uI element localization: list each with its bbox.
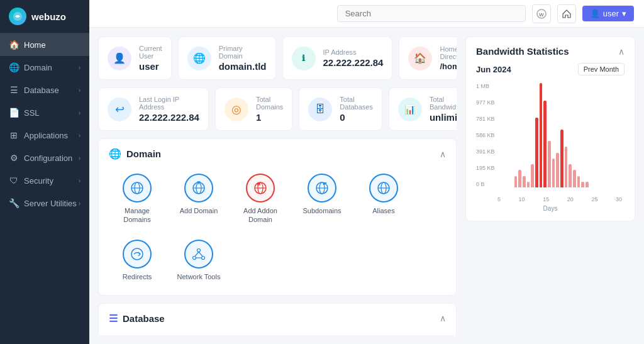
stat-card-total-bandwidth: 📊 Total Bandwidth unlimited <box>389 87 457 131</box>
domain-icon-grid: Manage Domains Add Domain .com Add Addon… <box>109 169 446 286</box>
add-domain-label: Add Domain <box>180 206 218 215</box>
subdomains-item[interactable]: .sub Subdomains <box>294 169 350 230</box>
ip-address-value: 22.222.222.84 <box>323 57 384 68</box>
wordpress-icon-btn[interactable]: W <box>532 4 551 23</box>
database-wizard-item[interactable]: Database Wizard <box>109 333 165 335</box>
manage-databases-item[interactable]: Manage Databases <box>170 333 227 335</box>
chart-x-title: Days <box>476 205 625 212</box>
stat-card-primary-domain: 🌐 Primary Domain domain.tld <box>178 36 276 80</box>
chart-bar-5 <box>514 176 518 187</box>
sidebar: webuzo 🏠 Home 🌐 Domain › ☰ Database › 📄 … <box>0 0 89 344</box>
current-user-info: Current User user <box>139 45 162 72</box>
sidebar-item-server-utilities[interactable]: 🔧 Server Utilities › <box>0 192 89 214</box>
prev-month-button[interactable]: Prev Month <box>578 63 625 75</box>
chevron-icon: › <box>79 200 80 207</box>
chart-bar-21 <box>581 182 584 187</box>
chart-bar-17 <box>565 147 568 187</box>
total-domains-label: Total Domains <box>256 96 283 111</box>
database-panel-icon: ☰ <box>109 313 118 325</box>
y-label-977kb: 977 KB <box>476 99 495 106</box>
network-tools-item[interactable]: Network Tools <box>170 235 227 286</box>
sidebar-item-applications-label: Applications <box>24 131 68 140</box>
domain-panel-toggle[interactable]: ∧ <box>440 149 446 159</box>
y-label-195kb: 195 KB <box>476 165 495 171</box>
database-icon-grid: Database Wizard Manage Databases Add Dat… <box>109 333 446 335</box>
add-database-item[interactable]: Add Database <box>232 333 289 335</box>
database-panel-header: ☰ Database ∧ <box>109 313 446 325</box>
total-bandwidth-label: Total Bandwidth <box>430 96 457 111</box>
chart-bar-18 <box>569 164 572 187</box>
chevron-icon: › <box>79 87 80 94</box>
current-user-value: user <box>139 61 162 72</box>
chart-bars <box>497 83 622 187</box>
domain-panel-title-text: Domain <box>126 148 161 159</box>
chart-bar-11 <box>540 83 543 187</box>
ip-address-icon: ℹ <box>292 47 316 70</box>
total-domains-icon: ◎ <box>225 97 248 121</box>
last-login-value: 22.222.222.84 <box>139 112 199 123</box>
y-label-1mb: 1 MB <box>476 83 495 89</box>
manage-domains-item[interactable]: Manage Domains <box>109 169 165 230</box>
redirects-item[interactable]: Redirects <box>109 235 165 286</box>
current-user-icon: 👤 <box>108 47 131 70</box>
add-domain-icon <box>184 174 213 203</box>
user-icon: 👤 <box>590 9 600 18</box>
add-user-to-database-item[interactable]: Add User To Database <box>355 333 412 335</box>
main-content: 👤 Current User user 🌐 Primary Domain dom… <box>98 36 457 335</box>
bandwidth-chart: 1 MB 977 KB 781 KB 586 KB 391 KB 195 KB … <box>476 83 625 203</box>
total-bandwidth-info: Total Bandwidth unlimited <box>430 96 457 123</box>
svg-text:.sub: .sub <box>324 183 328 186</box>
sidebar-item-database[interactable]: ☰ Database › <box>0 79 89 101</box>
last-login-label: Last Login IP Address <box>139 96 199 111</box>
add-addon-domain-item[interactable]: .com Add Addon Domain <box>232 169 289 230</box>
stat-card-home-directory: 🏠 Home Directory /home/user <box>399 36 457 80</box>
security-icon: 🛡 <box>9 175 19 186</box>
content-area: 👤 Current User user 🌐 Primary Domain dom… <box>89 28 644 344</box>
database-panel-title: ☰ Database <box>109 313 165 325</box>
database-panel-toggle[interactable]: ∧ <box>440 313 446 323</box>
subdomains-label: Subdomains <box>303 206 341 215</box>
y-label-781kb: 781 KB <box>476 116 495 122</box>
home-icon-btn[interactable] <box>557 4 576 23</box>
stat-card-last-login: ↩ Last Login IP Address 22.222.222.84 <box>98 87 209 131</box>
svg-text:W: W <box>539 12 544 18</box>
sidebar-item-domain[interactable]: 🌐 Domain › <box>0 56 89 79</box>
home-directory-info: Home Directory /home/user <box>440 45 457 71</box>
y-label-391kb: 391 KB <box>476 148 495 155</box>
database-panel: ☰ Database ∧ Database Wizard <box>98 303 457 335</box>
svg-line-29 <box>199 252 203 256</box>
redirects-label: Redirects <box>123 272 152 281</box>
logo-icon <box>9 8 26 25</box>
server-utilities-icon: 🔧 <box>9 198 19 208</box>
stat-card-current-user: 👤 Current User user <box>98 36 172 80</box>
home-directory-value: /home/user <box>440 62 457 71</box>
primary-domain-icon: 🌐 <box>187 47 211 70</box>
y-label-0b: 0 B <box>476 181 495 187</box>
sidebar-item-home[interactable]: 🏠 Home <box>0 33 89 56</box>
sidebar-item-ssl-label: SSL <box>24 108 40 118</box>
network-tools-label: Network Tools <box>177 272 221 281</box>
bandwidth-month: Jun 2024 <box>476 65 511 74</box>
user-dropdown-btn[interactable]: 👤 user ▾ <box>582 6 634 21</box>
add-database-user-item[interactable]: Add Database User <box>294 333 350 335</box>
sidebar-item-domain-label: Domain <box>24 63 52 72</box>
manage-domains-label: Manage Domains <box>111 206 163 225</box>
sidebar-item-ssl[interactable]: 📄 SSL › <box>0 101 89 124</box>
sidebar-item-configuration[interactable]: ⚙ Configuration › <box>0 147 89 169</box>
chart-bar-10 <box>535 118 538 187</box>
domain-panel: 🌐 Domain ∧ Manage Domains <box>98 138 457 296</box>
database-panel-title-text: Database <box>123 313 165 324</box>
sidebar-item-security[interactable]: 🛡 Security › <box>0 169 89 192</box>
network-tools-icon <box>184 240 213 269</box>
add-domain-item[interactable]: Add Domain <box>170 169 227 230</box>
bandwidth-toggle[interactable]: ∧ <box>618 47 625 57</box>
sidebar-item-applications[interactable]: ⊞ Applications › <box>0 124 89 147</box>
sidebar-item-configuration-label: Configuration <box>24 153 72 163</box>
current-user-label: Current User <box>139 45 162 60</box>
ip-address-label: IP Address <box>323 48 384 56</box>
chart-bar-14 <box>552 158 555 187</box>
aliases-item[interactable]: Aliases <box>355 169 412 230</box>
search-input[interactable] <box>337 5 526 22</box>
last-login-info: Last Login IP Address 22.222.222.84 <box>139 96 199 123</box>
chart-bar-20 <box>577 176 580 187</box>
